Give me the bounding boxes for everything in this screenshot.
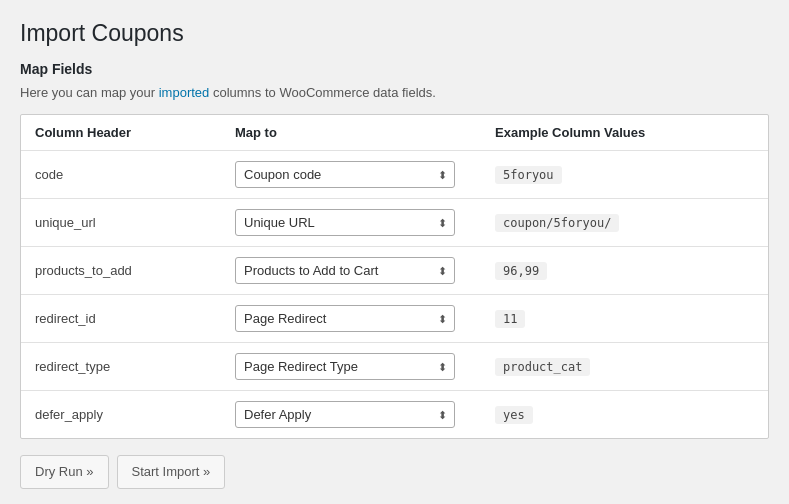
column-header-cell: products_to_add [21,247,221,295]
map-to-cell: Coupon codeUnique URLProducts to Add to … [221,199,481,247]
col-header-example: Example Column Values [481,115,768,151]
map-to-select-0[interactable]: Coupon codeUnique URLProducts to Add to … [235,161,455,188]
section-title: Map Fields [20,61,769,77]
example-value-badge: yes [495,406,533,424]
description: Here you can map your imported columns t… [20,85,769,100]
table-row: products_to_addCoupon codeUnique URLProd… [21,247,768,295]
map-to-cell: Coupon codeUnique URLProducts to Add to … [221,295,481,343]
table-row: redirect_typeCoupon codeUnique URLProduc… [21,343,768,391]
map-fields-box: Column Header Map to Example Column Valu… [20,114,769,439]
map-to-select-3[interactable]: Coupon codeUnique URLProducts to Add to … [235,305,455,332]
map-to-select-5[interactable]: Coupon codeUnique URLProducts to Add to … [235,401,455,428]
button-row: Dry Run » Start Import » [20,455,769,489]
map-to-select-4[interactable]: Coupon codeUnique URLProducts to Add to … [235,353,455,380]
column-header-cell: code [21,151,221,199]
map-table: Column Header Map to Example Column Valu… [21,115,768,438]
col-header-mapto: Map to [221,115,481,151]
map-to-cell: Coupon codeUnique URLProducts to Add to … [221,247,481,295]
table-row: redirect_idCoupon codeUnique URLProducts… [21,295,768,343]
column-header-cell: redirect_type [21,343,221,391]
page-title: Import Coupons [20,20,769,47]
map-to-cell: Coupon codeUnique URLProducts to Add to … [221,151,481,199]
map-to-select-2[interactable]: Coupon codeUnique URLProducts to Add to … [235,257,455,284]
example-value-cell: 96,99 [481,247,768,295]
map-to-cell: Coupon codeUnique URLProducts to Add to … [221,391,481,439]
table-row: codeCoupon codeUnique URLProducts to Add… [21,151,768,199]
example-value-badge: product_cat [495,358,590,376]
map-to-select-1[interactable]: Coupon codeUnique URLProducts to Add to … [235,209,455,236]
start-import-button[interactable]: Start Import » [117,455,226,489]
column-header-cell: defer_apply [21,391,221,439]
example-value-cell: 5foryou [481,151,768,199]
column-header-cell: redirect_id [21,295,221,343]
map-to-cell: Coupon codeUnique URLProducts to Add to … [221,343,481,391]
example-value-cell: coupon/5foryou/ [481,199,768,247]
example-value-badge: 96,99 [495,262,547,280]
example-value-cell: 11 [481,295,768,343]
dry-run-button[interactable]: Dry Run » [20,455,109,489]
description-link[interactable]: imported [159,85,210,100]
example-value-badge: coupon/5foryou/ [495,214,619,232]
example-value-cell: product_cat [481,343,768,391]
col-header-column: Column Header [21,115,221,151]
example-value-badge: 11 [495,310,525,328]
example-value-badge: 5foryou [495,166,562,184]
example-value-cell: yes [481,391,768,439]
column-header-cell: unique_url [21,199,221,247]
table-row: unique_urlCoupon codeUnique URLProducts … [21,199,768,247]
table-header-row: Column Header Map to Example Column Valu… [21,115,768,151]
table-row: defer_applyCoupon codeUnique URLProducts… [21,391,768,439]
